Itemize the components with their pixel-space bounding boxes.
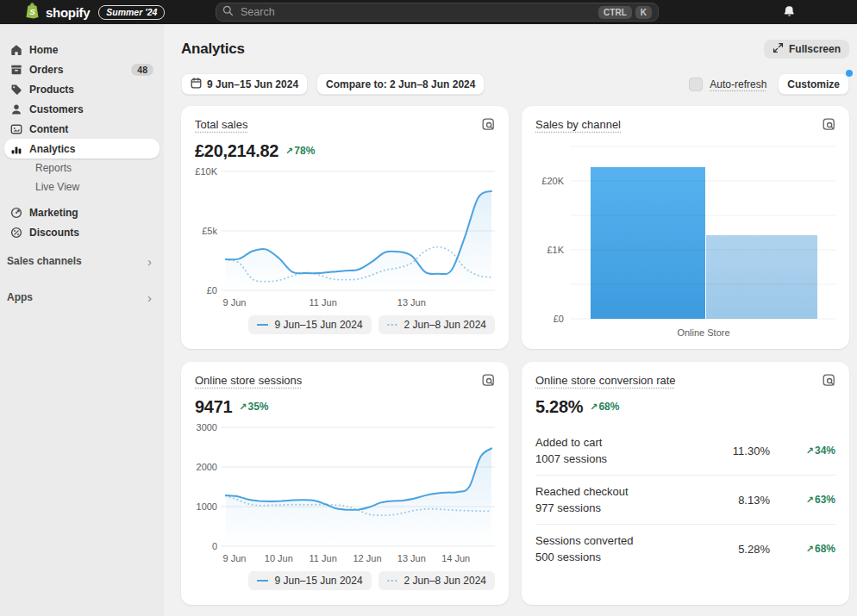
chevron-right-icon: › [147, 291, 152, 304]
sidebar-item-label: Home [29, 44, 58, 56]
section-label: Sales channels [7, 255, 82, 267]
sidebar-divider [0, 196, 164, 202]
funnel-step-rate: 5.28% [692, 543, 770, 556]
card-title-sessions[interactable]: Online store sessions [195, 374, 302, 387]
sidebar-item-marketing[interactable]: Marketing [4, 202, 160, 222]
sidebar-item-discounts[interactable]: Discounts [4, 222, 160, 242]
conversion-value: 5.28% [535, 397, 583, 417]
home-icon [10, 44, 22, 56]
svg-text:9 Jun: 9 Jun [223, 297, 247, 308]
funnel-row-reached-checkout: Reached checkout 977 sessions 8.13% ↗63% [535, 475, 835, 524]
sidebar-section-apps[interactable]: Apps › [7, 287, 152, 308]
date-range-button[interactable]: 9 Jun–15 Jun 2024 [181, 73, 308, 95]
sidebar-item-reports[interactable]: Reports [4, 159, 160, 177]
notifications-bell-icon[interactable] [783, 5, 796, 22]
card-title-total-sales[interactable]: Total sales [195, 118, 247, 131]
svg-text:2000: 2000 [197, 462, 217, 472]
main-content: Analytics Fullscreen 9 Jun–15 Jun 2024 C… [164, 24, 857, 616]
svg-text:1000: 1000 [197, 501, 217, 512]
funnel-step-delta: ↗68% [806, 543, 835, 555]
bar-chart-icon [10, 143, 22, 155]
svg-text:10 Jun: 10 Jun [265, 553, 293, 563]
svg-text:11 Jun: 11 Jun [310, 553, 337, 563]
sessions-line-chart[interactable]: 30002000100009 Jun10 Jun11 Jun12 Jun13 J… [195, 419, 495, 565]
svg-text:Online Store: Online Store [677, 327, 729, 338]
solid-line-swatch-icon [257, 579, 268, 582]
funnel-step-sessions: 500 sessions [535, 549, 692, 565]
fullscreen-expand-icon [773, 42, 784, 56]
auto-refresh-checkbox[interactable] [689, 78, 703, 91]
sidebar-item-customers[interactable]: Customers [4, 99, 160, 119]
orders-icon [10, 64, 22, 76]
person-icon [10, 103, 22, 115]
discount-percent-icon [10, 227, 22, 239]
media-icon [10, 123, 22, 135]
svg-text:£0: £0 [554, 314, 564, 324]
version-badge[interactable]: Summer '24 [98, 5, 165, 20]
conversion-rate-card: Online store conversion rate 5.28% ↗68% … [522, 362, 849, 605]
sidebar-section-sales-channels[interactable]: Sales channels › [7, 251, 152, 271]
legend-current-period[interactable]: 9 Jun–15 Jun 2024 [248, 315, 371, 334]
svg-text:3000: 3000 [197, 422, 217, 432]
sidebar-item-label: Content [29, 123, 68, 135]
legend-previous-period[interactable]: 2 Jun–8 Jun 2024 [378, 571, 495, 590]
chart-legend: 9 Jun–15 Jun 2024 2 Jun–8 Jun 2024 [195, 315, 495, 334]
sidebar-item-home[interactable]: Home [4, 40, 160, 59]
sidebar-item-label: Analytics [29, 143, 75, 155]
svg-text:0: 0 [212, 541, 217, 551]
sidebar: Home Orders 48 Products Customers Conten… [0, 24, 164, 616]
fullscreen-button[interactable]: Fullscreen [764, 40, 849, 59]
chart-legend: 9 Jun–15 Jun 2024 2 Jun–8 Jun 2024 [195, 571, 495, 590]
view-report-icon[interactable] [482, 374, 495, 390]
svg-text:14 Jun: 14 Jun [441, 553, 470, 563]
sidebar-item-live-view[interactable]: Live View [4, 177, 160, 196]
page-title: Analytics [181, 40, 245, 58]
funnel-step-label: Reached checkout [535, 483, 692, 500]
total-sales-value: £20,214.82 [195, 141, 278, 161]
sidebar-item-orders[interactable]: Orders 48 [4, 59, 160, 79]
view-report-icon[interactable] [823, 118, 835, 134]
sales-by-channel-bar-chart[interactable]: £20K£1K£0Online Store [535, 136, 835, 343]
view-report-icon[interactable] [482, 118, 495, 134]
view-report-icon[interactable] [823, 374, 835, 390]
svg-text:11 Jun: 11 Jun [310, 297, 337, 308]
legend-current-period[interactable]: 9 Jun–15 Jun 2024 [248, 571, 371, 590]
search-input[interactable] [239, 5, 595, 19]
legend-previous-period[interactable]: 2 Jun–8 Jun 2024 [378, 315, 495, 334]
card-title-conversion[interactable]: Online store conversion rate [535, 374, 676, 387]
sidebar-item-analytics[interactable]: Analytics [4, 139, 160, 159]
total-sales-delta: ↗78% [285, 145, 315, 157]
orders-count-badge: 48 [131, 64, 153, 76]
dotted-line-swatch-icon [387, 579, 398, 582]
sidebar-item-products[interactable]: Products [4, 79, 160, 99]
new-feature-dot [846, 70, 853, 77]
trend-up-icon: ↗ [590, 401, 597, 413]
sidebar-item-label: Customers [29, 103, 84, 115]
funnel-row-sessions-converted: Sessions converted 500 sessions 5.28% ↗6… [535, 524, 835, 573]
auto-refresh-label: Auto-refresh [710, 78, 766, 90]
auto-refresh-toggle[interactable]: Auto-refresh [689, 78, 766, 91]
sidebar-item-label: Orders [29, 64, 63, 76]
search-bar[interactable]: CTRL K [216, 3, 659, 22]
sidebar-item-label: Reports [35, 162, 72, 174]
svg-text:£20K: £20K [541, 176, 564, 186]
sales-by-channel-card: Sales by channel £20K£1K£0Online Store [522, 106, 849, 349]
fullscreen-label: Fullscreen [789, 43, 841, 55]
sidebar-item-label: Live View [35, 181, 79, 193]
marketing-target-icon [10, 207, 22, 219]
total-sales-line-chart[interactable]: £10K£5k£09 Jun11 Jun13 Jun [195, 163, 495, 309]
customize-button[interactable]: Customize [778, 73, 849, 95]
brand-wordmark: shopify [46, 5, 90, 20]
tag-icon [10, 84, 22, 96]
compare-to-button[interactable]: Compare to: 2 Jun–8 Jun 2024 [316, 73, 485, 95]
funnel-step-label: Added to cart [535, 434, 692, 451]
sidebar-item-content[interactable]: Content [4, 119, 160, 139]
svg-text:£1K: £1K [547, 245, 564, 255]
card-title-sales-by-channel[interactable]: Sales by channel [535, 118, 621, 131]
svg-text:13 Jun: 13 Jun [397, 553, 426, 563]
calendar-icon [191, 78, 202, 91]
funnel-step-delta: ↗63% [806, 494, 835, 506]
customize-label: Customize [787, 78, 840, 90]
shopify-logo[interactable]: S shopify [23, 2, 90, 22]
svg-text:£5k: £5k [202, 226, 217, 236]
